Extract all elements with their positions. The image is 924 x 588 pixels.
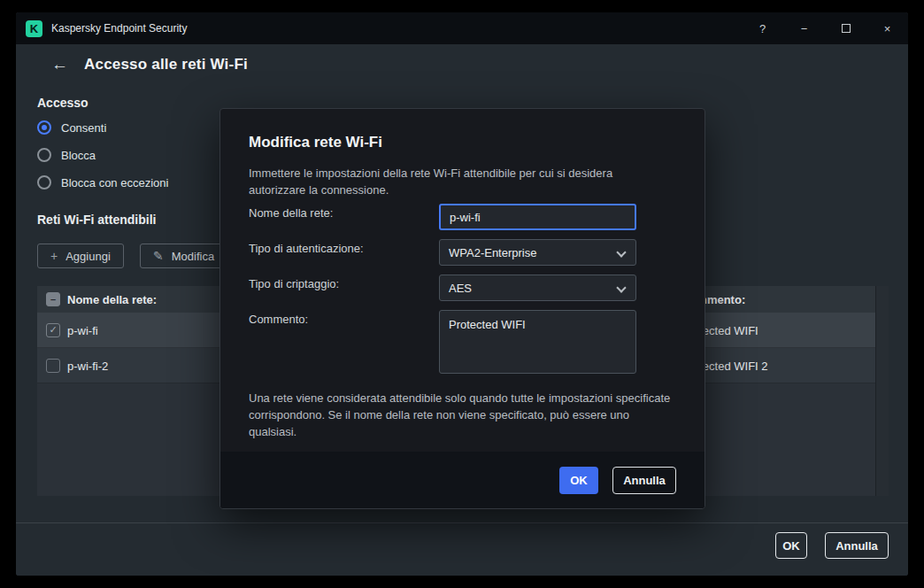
radio-consenti[interactable]: Consenti [37, 120, 106, 135]
footer-divider [16, 522, 908, 523]
radio-blocca[interactable]: Blocca [37, 148, 96, 162]
add-button[interactable]: + Aggiungi [37, 244, 124, 268]
minimize-icon[interactable]: − [783, 12, 825, 44]
pencil-icon: ✎ [153, 249, 164, 263]
page-title: Accesso alle reti Wi-Fi [84, 56, 248, 74]
back-arrow-icon[interactable]: ← [51, 55, 68, 74]
maximize-icon[interactable] [825, 12, 866, 44]
network-name-cell: p-wi-fi-2 [67, 359, 108, 372]
chevron-down-icon [616, 282, 626, 292]
network-name-cell: p-wi-fi [67, 323, 98, 337]
access-heading: Accesso [37, 96, 89, 110]
radio-button-icon [37, 120, 51, 135]
app-root: K Kaspersky Endpoint Security ? − × ← Ac… [0, 0, 924, 588]
chevron-down-icon [616, 247, 626, 257]
encryption-type-value: AES [449, 282, 472, 295]
checkbox-check-icon: ✓ [46, 323, 60, 337]
encryption-type-label: Tipo di criptaggio: [249, 277, 339, 290]
checkbox-empty-icon [46, 359, 60, 373]
encryption-type-select[interactable]: AES [439, 275, 636, 301]
add-button-label: Aggiungi [65, 250, 111, 263]
dialog-description: Immettere le impostazioni della rete Wi-… [249, 166, 668, 199]
edit-button-label: Modifica [172, 250, 214, 263]
window-controls: ? − × [742, 12, 908, 44]
auth-type-label: Tipo di autenticazione: [249, 242, 364, 255]
window-title: Kaspersky Endpoint Security [51, 22, 187, 35]
radio-label: Blocca con eccezioni [61, 176, 168, 190]
radio-label: Consenti [61, 121, 106, 135]
maximize-glyph [842, 24, 851, 33]
dialog-footer: OK Annulla [220, 452, 705, 508]
plus-icon: + [50, 249, 58, 263]
dialog-note: Una rete viene considerata attendibile s… [249, 391, 675, 441]
select-all-checkbox[interactable]: – [46, 292, 60, 306]
close-icon[interactable]: × [866, 12, 908, 44]
radio-blocca-eccezioni[interactable]: Blocca con eccezioni [37, 175, 168, 190]
trusted-networks-heading: Reti Wi-Fi attendibili [37, 213, 156, 227]
row-checkbox[interactable]: ✓ [46, 323, 60, 337]
auth-type-value: WPA2-Enterprise [449, 246, 536, 259]
page-header: ← Accesso alle reti Wi-Fi [51, 55, 248, 74]
network-name-input[interactable] [439, 204, 636, 230]
comment-label: Commento: [249, 313, 308, 326]
network-name-label: Nome della rete: [249, 206, 333, 220]
dialog-ok-button[interactable]: OK [559, 467, 598, 494]
auth-type-select[interactable]: WPA2-Enterprise [439, 239, 636, 266]
radio-button-icon [37, 175, 51, 190]
dialog-title: Modifica rete Wi-Fi [249, 134, 382, 151]
name-column-header[interactable]: Nome della rete: [67, 293, 157, 306]
radio-label: Blocca [61, 149, 96, 162]
ok-button[interactable]: OK [775, 532, 807, 559]
title-bar: K Kaspersky Endpoint Security ? − × [16, 12, 908, 44]
help-icon[interactable]: ? [742, 12, 783, 44]
edit-wifi-dialog: Modifica rete Wi-Fi Immettere le imposta… [219, 108, 705, 509]
dialog-cancel-button[interactable]: Annulla [612, 467, 676, 494]
table-scrollbar[interactable] [875, 286, 889, 496]
checkbox-indeterminate-icon: – [46, 292, 60, 306]
row-checkbox[interactable] [46, 359, 60, 373]
cancel-button[interactable]: Annulla [825, 532, 889, 559]
comment-textarea[interactable]: Protected WIFI [439, 310, 636, 374]
radio-button-icon [37, 148, 51, 162]
kaspersky-logo-icon: K [26, 20, 42, 37]
